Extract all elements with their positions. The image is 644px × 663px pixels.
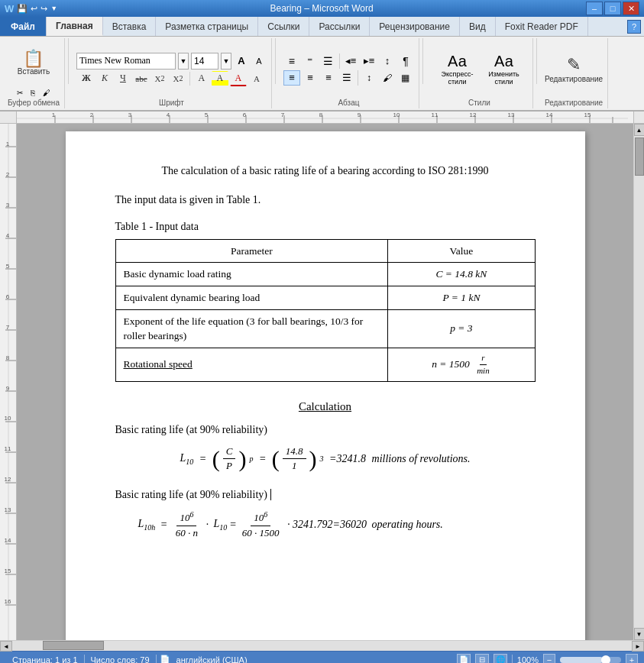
qat-save[interactable]: 💾 [17, 4, 28, 14]
pilcrow-button[interactable]: ¶ [397, 53, 414, 69]
view-web-btn[interactable]: 🌐 [494, 654, 507, 664]
cut-button[interactable]: ✂ [14, 87, 26, 99]
tab-view[interactable]: Вид [460, 17, 496, 36]
svg-text:10: 10 [393, 112, 400, 118]
align-center-button[interactable]: ≡ [302, 70, 319, 86]
qat-dropdown[interactable]: ▼ [50, 5, 57, 12]
scroll-right-button[interactable]: ► [632, 641, 644, 652]
tab-mailings[interactable]: Рассылки [309, 17, 370, 36]
frac1-num: 106 [176, 509, 196, 526]
scrollbar-horizontal[interactable]: ◄ ► [0, 640, 644, 651]
tab-insert[interactable]: Вставка [103, 17, 157, 36]
zoom-decrease-btn[interactable]: − [543, 654, 555, 664]
outdent-button[interactable]: ◂≡ [342, 53, 359, 69]
zoom-slider-container[interactable] [560, 657, 621, 663]
italic-button[interactable]: К [96, 71, 113, 86]
qat-redo[interactable]: ↪ [40, 4, 47, 14]
font-group: ▼ ▼ A A Ж К Ч abc X2 X2 A A A A Шрифт [72, 38, 272, 108]
hscroll-thumb[interactable] [43, 641, 104, 650]
frac2-num: 106 [251, 509, 270, 526]
tab-home[interactable]: Главная [47, 17, 103, 36]
strikethrough-button[interactable]: abc [133, 71, 150, 86]
tab-file[interactable]: Файл [0, 17, 47, 36]
linespace-button[interactable]: ↕ [361, 70, 377, 86]
val1-text: C = 14.8 kN [435, 268, 487, 280]
font-label: Шрифт [159, 99, 184, 107]
calc-para2: Basic rating life (at 90% reliability) [115, 487, 536, 503]
underline-button[interactable]: Ч [115, 71, 131, 86]
close-button[interactable]: ✕ [623, 2, 639, 15]
tab-pagelayout[interactable]: Разметка страницы [156, 17, 258, 36]
minimize-button[interactable]: – [586, 2, 603, 15]
view-print-btn[interactable]: 📄 [457, 654, 471, 664]
zoom-increase-btn[interactable]: + [626, 654, 638, 664]
shading-button[interactable]: 🖌 [379, 70, 396, 86]
svg-text:6: 6 [243, 112, 247, 118]
format-paint-button[interactable]: 🖌 [40, 87, 53, 99]
svg-text:1: 1 [6, 141, 10, 147]
font-name-dropdown[interactable]: ▼ [178, 53, 189, 70]
tab-review[interactable]: Рецензирование [370, 17, 460, 36]
svg-text:11: 11 [432, 112, 439, 118]
bold-button[interactable]: Ж [78, 71, 95, 86]
font-color-button[interactable]: A [230, 71, 247, 86]
status-words: Число слов: 79 [85, 655, 156, 664]
grow-font-button[interactable]: A [234, 53, 249, 70]
text-effects-button[interactable]: A [248, 71, 265, 86]
copy-button[interactable]: ⎘ [28, 87, 38, 99]
scroll-left-button[interactable]: ◄ [0, 641, 12, 652]
ribbon-help-btn[interactable]: ? [627, 20, 641, 34]
font-name-input[interactable] [76, 53, 176, 70]
text-highlight-button[interactable]: A [212, 71, 228, 86]
status-right: 📄 ⊟ 🌐 100% − + [457, 654, 638, 664]
superscript-button[interactable]: X2 [170, 71, 186, 86]
tab-references[interactable]: Ссылки [258, 17, 309, 36]
svg-text:1: 1 [52, 112, 56, 118]
subscript-button[interactable]: X2 [151, 71, 168, 86]
hours-text: operating hours. [371, 517, 442, 532]
express-styles-button[interactable]: Аа Экспресс-стили [434, 47, 480, 92]
page-area[interactable]: The calculation of a basic rating life o… [17, 124, 633, 640]
paragraph-label: Абзац [338, 99, 359, 107]
scroll-up-button[interactable]: ▲ [634, 124, 645, 136]
numbering-button[interactable]: ⁼ [302, 53, 319, 69]
svg-text:5: 5 [6, 263, 10, 270]
svg-text:6: 6 [6, 293, 10, 300]
view-fullpage-btn[interactable]: ⊟ [475, 654, 489, 664]
zoom-slider-thumb[interactable] [601, 655, 610, 664]
editing-button[interactable]: ✎ Редактирование [551, 47, 597, 92]
font-size-dropdown[interactable]: ▼ [221, 53, 231, 70]
multilevel-button[interactable]: ☰ [320, 53, 337, 69]
paste-button[interactable]: 📋 Вставить [14, 40, 53, 86]
cursor [268, 489, 272, 500]
change-styles-icon: Аа [494, 53, 513, 70]
scroll-thumb[interactable] [635, 137, 644, 176]
tab-foxit[interactable]: Foxit Reader PDF [496, 17, 588, 36]
scrollbar-vertical[interactable]: ▲ ▼ [633, 124, 644, 640]
para-sep2 [358, 70, 358, 86]
calc-heading-text: Calculation [299, 400, 351, 412]
l10-label: L10 [180, 451, 193, 467]
indent-button[interactable]: ▸≡ [361, 53, 377, 69]
qat-undo[interactable]: ↩ [31, 4, 37, 14]
scroll-down-button[interactable]: ▼ [634, 628, 645, 640]
align-left-button[interactable]: ≡ [283, 70, 300, 86]
font-size-input[interactable] [191, 53, 218, 70]
maximize-button[interactable]: □ [604, 2, 621, 15]
svg-text:13: 13 [5, 506, 11, 513]
bullets-button[interactable]: ≡ [283, 53, 300, 69]
table-row: Rotational speed n = 1500 r min [115, 348, 535, 381]
border-button[interactable]: ▦ [397, 70, 414, 86]
sort-button[interactable]: ↕ [379, 53, 396, 69]
clear-format-button[interactable]: A [193, 71, 210, 86]
align-right-button[interactable]: ≡ [320, 70, 337, 86]
clipboard-label: Буфер обмена [8, 99, 60, 107]
svg-text:8: 8 [6, 354, 10, 361]
clipboard-row2: ✂ ⎘ 🖌 [14, 87, 53, 99]
para-row2: ≡ ≡ ≡ ☰ ↕ 🖌 ▦ [283, 70, 414, 86]
clipboard-group: 📋 Вставить ✂ ⎘ 🖌 Буфер обмена [3, 38, 65, 108]
change-styles-button[interactable]: Аа Изменить стили [483, 47, 524, 92]
shrink-font-button[interactable]: A [251, 53, 267, 70]
editing-icon: ✎ [567, 55, 581, 75]
justify-button[interactable]: ☰ [338, 70, 355, 86]
